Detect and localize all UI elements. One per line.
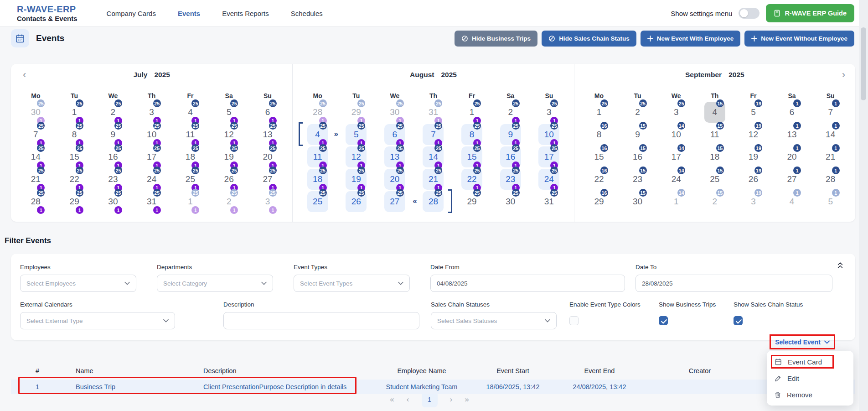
scrollbar-thumb[interactable] [861,27,866,100]
calendar-day[interactable]: 28251 [298,101,337,123]
calendar-day[interactable]: 20251 [248,146,287,168]
nav-item-company-cards[interactable]: Company Cards [107,10,156,17]
departments-select[interactable]: Select Category [157,275,273,292]
calendar-day[interactable]: 2925 [453,190,491,213]
calendar-day[interactable]: 3251 [132,101,171,123]
calendar-day[interactable]: 29251 [337,101,376,123]
calendar-day[interactable]: 13251 [376,146,414,168]
calendar-day[interactable]: 61 [773,101,811,123]
calendar-day[interactable]: 1251 [171,190,210,213]
calendar-day[interactable]: 2251 [94,101,133,123]
calendar-day[interactable]: 51 [811,190,850,213]
calendar-next-button[interactable]: › [842,69,845,81]
calendar-day[interactable]: 2216 [580,168,619,190]
calendar-day[interactable]: 26251 [210,168,248,190]
menu-item-edit[interactable]: Edit [767,370,853,386]
calendar-day[interactable]: 21251 [16,168,55,190]
calendar-day[interactable]: 20251 [376,168,414,190]
next-page-button[interactable]: › [450,395,453,404]
calendar-day[interactable]: 6251 [248,101,287,123]
calendar-day[interactable]: 2251 [210,190,248,213]
calendar-day[interactable]: 15251 [55,146,94,168]
calendar-day[interactable]: 201 [773,146,811,168]
date-to-input[interactable]: 28/08/2025 [636,275,832,292]
calendar-day[interactable]: 16251 [94,146,133,168]
collapse-filters-button[interactable] [837,262,843,270]
calendar-day[interactable]: 23251 [94,168,133,190]
calendar-day[interactable]: 2619 [734,168,773,190]
calendar-day[interactable]: 30251 [376,101,414,123]
erp-guide-button[interactable]: R-WAVE ERP Guide [766,4,854,22]
calendar-day[interactable]: 7251 [414,123,453,146]
calendar-day[interactable]: 5251 [337,123,376,146]
calendar-day[interactable]: 18251 [171,146,210,168]
calendar-day[interactable]: 17251 [530,146,568,168]
calendar-day[interactable]: 24251 [132,168,171,190]
calendar-day[interactable]: 30251 [16,101,55,123]
selected-event-dropdown[interactable]: Selected Event [775,338,830,346]
menu-item-event-card[interactable]: Event Card [767,354,853,370]
calendar-day[interactable]: 114 [657,190,696,213]
calendar-day[interactable]: 519 [734,101,773,123]
calendar-day[interactable]: 19251 [337,168,376,190]
table-row[interactable]: 1Business TripClient PresentationPurpose… [11,380,855,394]
calendar-day[interactable]: 271 [773,168,811,190]
calendar-day[interactable]: 10251 [132,123,171,146]
calendar-day[interactable]: 12251 [210,123,248,146]
enable-event-type-colors-checkbox[interactable] [569,316,579,325]
show-business-trips-checkbox[interactable] [659,316,668,325]
calendar-day[interactable]: 5251 [210,101,248,123]
calendar-day[interactable]: 1815 [696,146,734,168]
calendar-day[interactable]: 30251 [94,190,133,213]
calendar-day[interactable]: 24251 [530,168,568,190]
nav-item-events[interactable]: Events [178,10,200,17]
calendar-day[interactable]: 12251 [337,146,376,168]
calendar-day[interactable]: 915 [618,123,657,146]
calendar-day[interactable]: 4251 [171,101,210,123]
external-calendars-select[interactable]: Select External Type [20,312,175,329]
calendar-day[interactable]: 31251 [414,101,453,123]
calendar-day[interactable]: 2916 [580,190,619,213]
new-event-without-employee-button[interactable]: New Event Without Employee [744,31,854,47]
calendar-day[interactable]: 9251 [94,123,133,146]
calendar-day[interactable]: 816 [580,123,619,146]
calendar-day[interactable]: 2515 [696,168,734,190]
hide-sales-chain-status-button[interactable]: Hide Sales Chain Status [542,31,636,47]
calendar-day[interactable]: 3125 [530,190,568,213]
nav-item-events-reports[interactable]: Events Reports [222,10,269,17]
calendar-day[interactable]: 9251 [491,123,530,146]
calendar-day[interactable]: 13251 [248,123,287,146]
calendar-day[interactable]: 3251 [530,101,568,123]
settings-toggle[interactable] [739,8,760,19]
calendar-day[interactable]: 281 [811,168,850,190]
calendar-day[interactable]: 6251 [376,123,414,146]
calendar-day[interactable]: 15251 [453,146,491,168]
calendar-day[interactable]: 3025 [491,190,530,213]
calendar-day[interactable]: 2414 [657,168,696,190]
calendar-day[interactable]: 2525 [298,190,337,213]
calendar-day[interactable]: 131 [773,123,811,146]
calendar-day[interactable]: 8251 [453,123,491,146]
calendar-day[interactable]: 22251 [453,168,491,190]
prev-page-button[interactable]: ‹ [407,395,409,404]
calendar-prev-button[interactable]: ‹ [23,69,26,81]
calendar-day[interactable]: 21251 [414,168,453,190]
last-page-button[interactable]: » [465,395,469,404]
date-from-input[interactable]: 04/08/2025 [430,275,625,292]
calendar-day[interactable]: 125 [580,101,619,123]
calendar-day[interactable]: 2825« [414,190,453,213]
first-page-button[interactable]: « [390,395,394,404]
calendar-day[interactable]: 3015 [618,190,657,213]
calendar-day[interactable]: 319 [734,190,773,213]
calendar-day[interactable]: 71 [811,101,850,123]
description-input[interactable] [223,312,419,329]
calendar-day[interactable]: 17251 [132,146,171,168]
calendar-day[interactable]: 1251 [453,101,491,123]
calendar-day[interactable]: 2725 [376,190,414,213]
calendar-day[interactable]: 25251 [171,168,210,190]
employees-select[interactable]: Select Employees [20,275,136,292]
calendar-day[interactable]: 8251 [55,123,94,146]
calendar-day[interactable]: 4251» [298,123,337,146]
calendar-day[interactable]: 14251 [414,146,453,168]
calendar-day[interactable]: 11251 [171,123,210,146]
